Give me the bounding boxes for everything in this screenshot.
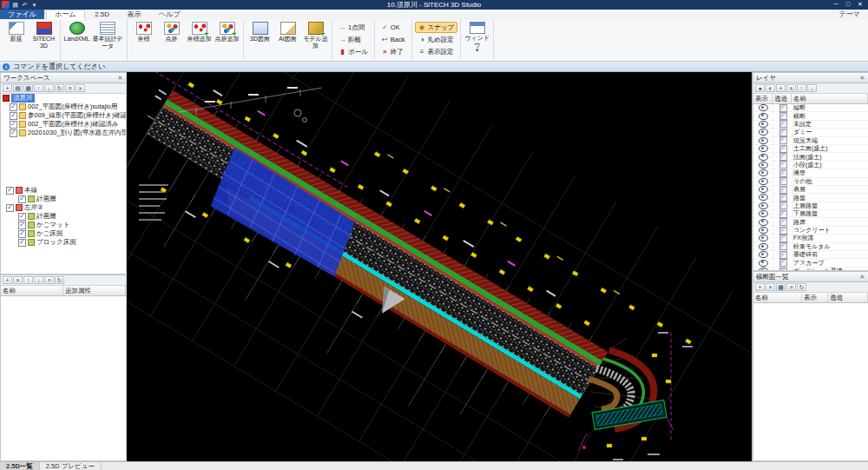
- refresh-icon[interactable]: ↻: [55, 84, 64, 92]
- tab-25d-list[interactable]: 2.5D一覧: [0, 462, 40, 470]
- tab-file[interactable]: ファイル: [0, 10, 44, 19]
- visibility-eye-icon[interactable]: [759, 251, 768, 258]
- column-name[interactable]: 名称: [1, 286, 63, 295]
- list-icon[interactable]: ≡: [786, 283, 796, 291]
- checkbox[interactable]: [18, 222, 26, 229]
- visibility-eye-icon[interactable]: [759, 235, 768, 242]
- tab-help[interactable]: ヘルプ: [151, 10, 188, 19]
- new-button[interactable]: 新規: [3, 21, 30, 53]
- show-all-icon[interactable]: ●: [755, 84, 765, 92]
- settings-icon[interactable]: ≡: [44, 276, 54, 284]
- tree-item[interactable]: 参009_線形(平面図(座標付き)確認: [1, 111, 126, 120]
- down-icon[interactable]: ↓: [44, 84, 54, 92]
- visibility-eye-icon[interactable]: [759, 202, 768, 209]
- visibility-eye-icon[interactable]: [759, 260, 768, 267]
- transparency-icon[interactable]: [779, 186, 787, 194]
- transparency-icon[interactable]: [779, 112, 787, 120]
- transparency-icon[interactable]: [779, 227, 787, 235]
- 3d-viewport[interactable]: [127, 72, 752, 461]
- down-icon[interactable]: ↓: [807, 84, 817, 92]
- sections-body[interactable]: [753, 303, 868, 461]
- delete-icon[interactable]: ×: [786, 84, 796, 92]
- open-icon[interactable]: ▤: [13, 84, 23, 92]
- exit-button[interactable]: 終了: [378, 46, 409, 57]
- theme-button[interactable]: テーマ: [835, 10, 865, 19]
- transparency-icon[interactable]: [779, 242, 787, 250]
- transparency-icon[interactable]: [779, 169, 787, 177]
- grid-icon[interactable]: ▦: [23, 84, 33, 92]
- add-icon[interactable]: +: [755, 283, 765, 291]
- visibility-eye-icon[interactable]: [759, 243, 768, 250]
- add-icon[interactable]: +: [776, 84, 786, 92]
- ai-drawing-button[interactable]: AI図面: [274, 21, 301, 53]
- measure-distance-button[interactable]: 距離: [335, 34, 372, 45]
- list-icon[interactable]: ≡: [65, 84, 75, 92]
- transparency-icon[interactable]: [779, 177, 787, 185]
- list-25d-body[interactable]: [1, 296, 126, 461]
- pointcloud-add-button[interactable]: 点群追加: [214, 21, 240, 53]
- transparency-icon[interactable]: [779, 136, 787, 144]
- delete-icon[interactable]: ×: [766, 283, 775, 291]
- column-transparent[interactable]: 透過: [773, 94, 792, 103]
- visibility-eye-icon[interactable]: [759, 121, 768, 128]
- transparency-icon[interactable]: [779, 202, 787, 209]
- visibility-eye-icon[interactable]: [759, 227, 768, 234]
- coordinates-add-button[interactable]: 座標追加: [186, 21, 213, 53]
- tree-item[interactable]: 計画層: [1, 195, 126, 203]
- tree-item[interactable]: 左岸②: [1, 203, 126, 212]
- column-layer-name[interactable]: 名称: [792, 94, 868, 103]
- snap-button[interactable]: スナップ: [415, 22, 458, 33]
- up-icon[interactable]: ↑: [34, 84, 43, 92]
- transparency-icon[interactable]: [779, 120, 787, 128]
- pointcloud-button[interactable]: 点群: [158, 21, 185, 53]
- visibility-eye-icon[interactable]: [759, 104, 768, 111]
- refresh-icon[interactable]: ↻: [797, 283, 806, 291]
- tree-item[interactable]: 須原川: [1, 94, 126, 103]
- transparency-icon[interactable]: [779, 161, 787, 169]
- visibility-eye-icon[interactable]: [759, 129, 768, 136]
- tab-view[interactable]: 表示: [120, 10, 149, 19]
- transparency-icon[interactable]: [779, 129, 787, 136]
- tab-25d[interactable]: 2.5D: [87, 10, 117, 19]
- visibility-eye-icon[interactable]: [759, 178, 768, 185]
- visibility-eye-icon[interactable]: [759, 219, 768, 226]
- checkbox[interactable]: [10, 112, 17, 120]
- visibility-eye-icon[interactable]: [759, 113, 768, 120]
- tree-item[interactable]: 002_平面図(座標付き)sutajio用: [1, 103, 126, 111]
- checkbox[interactable]: [18, 213, 26, 221]
- model-add-button[interactable]: モデル追加: [302, 21, 329, 53]
- visibility-eye-icon[interactable]: [759, 194, 768, 201]
- visibility-eye-icon[interactable]: [759, 145, 768, 152]
- pole-button[interactable]: ポール: [335, 46, 372, 57]
- tree-item[interactable]: 20201030_割り図(導水路左岸内部): [1, 129, 126, 137]
- tree-item[interactable]: 本線: [1, 186, 126, 195]
- refresh-icon[interactable]: ↻: [55, 276, 64, 284]
- tree-item[interactable]: かごマット: [1, 221, 126, 229]
- add-icon[interactable]: +: [3, 84, 12, 92]
- transparency-icon[interactable]: [779, 153, 787, 161]
- checkbox[interactable]: [6, 204, 14, 212]
- checkbox[interactable]: [18, 195, 26, 203]
- maximize-button[interactable]: □: [842, 0, 854, 9]
- drawing-3d-button[interactable]: 3D図面: [247, 21, 273, 53]
- tree-item[interactable]: 002_平面図(座標付き)確認済み: [1, 120, 126, 129]
- minimize-button[interactable]: ─: [830, 0, 842, 9]
- tab-home[interactable]: ホーム: [46, 10, 84, 20]
- ok-button[interactable]: OK: [378, 22, 409, 33]
- checkbox[interactable]: [10, 121, 17, 129]
- down-icon[interactable]: ↓: [34, 276, 43, 284]
- transparency-icon[interactable]: [779, 210, 787, 218]
- visibility-eye-icon[interactable]: [759, 169, 768, 176]
- coordinates-button[interactable]: 座標: [130, 21, 157, 53]
- transparency-icon[interactable]: [779, 235, 787, 242]
- visibility-eye-icon[interactable]: [759, 186, 768, 193]
- tab-25d-preview[interactable]: 2.5D プレビュー: [40, 462, 102, 470]
- column-extra[interactable]: 追加属性: [63, 286, 126, 295]
- add-icon[interactable]: +: [3, 276, 12, 284]
- tree-item[interactable]: かご床掘: [1, 229, 126, 238]
- visibility-eye-icon[interactable]: [759, 154, 768, 161]
- rounding-button[interactable]: 丸め設定: [415, 34, 458, 45]
- column-transparent[interactable]: 透過: [828, 293, 868, 302]
- checkbox[interactable]: [10, 129, 17, 137]
- column-name[interactable]: 名称: [753, 293, 802, 302]
